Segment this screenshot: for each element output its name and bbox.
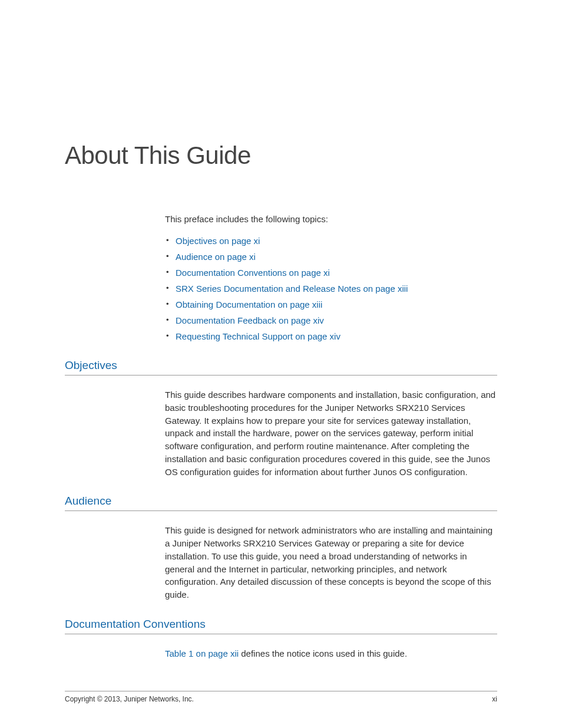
section-heading-objectives: Objectives <box>65 359 497 375</box>
page-footer: Copyright © 2013, Juniper Networks, Inc.… <box>65 691 497 703</box>
section-body-conventions: Table 1 on page xii defines the notice i… <box>165 647 497 660</box>
copyright-text: Copyright © 2013, Juniper Networks, Inc. <box>65 695 194 703</box>
section-heading-audience: Audience <box>65 495 497 511</box>
page-number: xi <box>492 695 497 703</box>
topic-list: Objectives on page xi Audience on page x… <box>165 236 497 341</box>
section-body-objectives: This guide describes hardware components… <box>165 388 497 478</box>
intro-text: This preface includes the following topi… <box>165 214 497 224</box>
topic-link-conventions[interactable]: Documentation Conventions on page xi <box>165 268 497 278</box>
topic-link-audience[interactable]: Audience on page xi <box>165 252 497 262</box>
table-link[interactable]: Table 1 on page xii <box>165 648 239 658</box>
document-page: About This Guide This preface includes t… <box>0 0 562 728</box>
conventions-body-rest: defines the notice icons used in this gu… <box>239 648 407 658</box>
page-title: About This Guide <box>65 141 497 170</box>
topic-link-support[interactable]: Requesting Technical Support on page xiv <box>165 331 497 341</box>
topic-link-feedback[interactable]: Documentation Feedback on page xiv <box>165 315 497 325</box>
section-body-audience: This guide is designed for network admin… <box>165 524 497 601</box>
topic-link-obtaining[interactable]: Obtaining Documentation on page xiii <box>165 299 497 309</box>
section-heading-conventions: Documentation Conventions <box>65 618 497 634</box>
topic-link-objectives[interactable]: Objectives on page xi <box>165 236 497 246</box>
topic-link-srx-docs[interactable]: SRX Series Documentation and Release Not… <box>165 284 497 294</box>
